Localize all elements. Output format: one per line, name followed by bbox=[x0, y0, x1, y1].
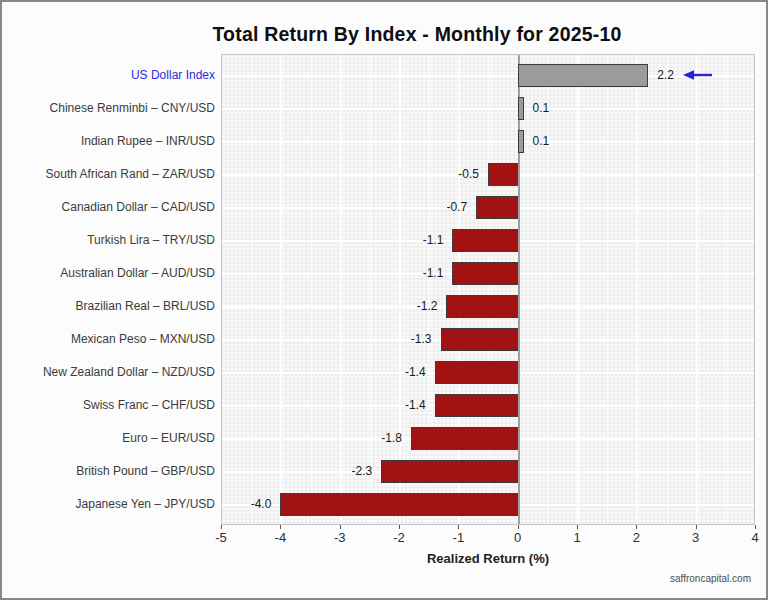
major-gridline bbox=[280, 55, 282, 524]
y-axis-label: British Pound – GBP/USD bbox=[10, 463, 215, 479]
x-tick-label: -5 bbox=[201, 530, 241, 545]
zero-line bbox=[518, 55, 520, 524]
minor-gridline bbox=[607, 55, 608, 524]
x-tick-label: 0 bbox=[498, 530, 538, 545]
y-axis-label: Mexican Peso – MXN/USD bbox=[10, 331, 215, 347]
x-tick-mark bbox=[577, 525, 578, 529]
bar bbox=[381, 460, 517, 483]
major-gridline bbox=[399, 55, 401, 524]
bar bbox=[452, 262, 517, 285]
bar-value-label: -1.1 bbox=[383, 232, 443, 248]
chart-figure: Total Return By Index - Monthly for 2025… bbox=[0, 0, 768, 600]
x-tick-label: -2 bbox=[379, 530, 419, 545]
bar bbox=[518, 64, 649, 87]
bar-value-label: -1.2 bbox=[377, 298, 437, 314]
bar bbox=[518, 97, 524, 120]
major-gridline bbox=[696, 55, 698, 524]
bar-value-label: -1.1 bbox=[383, 265, 443, 281]
bar-value-label: -2.3 bbox=[312, 463, 372, 479]
chart-title: Total Return By Index - Monthly for 2025… bbox=[212, 23, 621, 46]
x-tick-label: 1 bbox=[557, 530, 597, 545]
bar bbox=[476, 196, 518, 219]
y-axis-label: Australian Dollar – AUD/USD bbox=[10, 265, 215, 281]
category-gridline bbox=[222, 108, 754, 110]
y-axis-label: Euro – EUR/USD bbox=[10, 430, 215, 446]
x-tick-label: 3 bbox=[676, 530, 716, 545]
x-tick-mark bbox=[280, 525, 281, 529]
plot-area bbox=[221, 54, 755, 525]
bar bbox=[452, 229, 517, 252]
y-axis-label: Brazilian Real – BRL/USD bbox=[10, 298, 215, 314]
y-axis-label: Chinese Renminbi – CNY/USD bbox=[10, 100, 215, 116]
bar bbox=[280, 493, 517, 516]
bar-value-label: -1.4 bbox=[366, 364, 426, 380]
x-tick-label: 4 bbox=[735, 530, 768, 545]
y-axis-label: New Zealand Dollar – NZD/USD bbox=[10, 364, 215, 380]
minor-gridline bbox=[726, 55, 727, 524]
category-gridline bbox=[222, 75, 754, 77]
minor-gridline bbox=[370, 55, 371, 524]
major-gridline bbox=[340, 55, 342, 524]
bar-value-label: -1.8 bbox=[342, 430, 402, 446]
category-gridline bbox=[222, 141, 754, 143]
x-tick-label: 2 bbox=[616, 530, 656, 545]
minor-gridline bbox=[429, 55, 430, 524]
left-arrow-icon bbox=[683, 68, 713, 86]
bar-value-label: -4.0 bbox=[211, 496, 271, 512]
y-axis-label: South African Rand – ZAR/USD bbox=[10, 166, 215, 182]
bar bbox=[435, 361, 518, 384]
y-axis-label: US Dollar Index bbox=[10, 67, 215, 83]
bar bbox=[518, 130, 524, 153]
bar-value-label: 0.1 bbox=[533, 133, 550, 149]
minor-gridline bbox=[311, 55, 312, 524]
bar bbox=[446, 295, 517, 318]
y-axis-label: Canadian Dollar – CAD/USD bbox=[10, 199, 215, 215]
bar-value-label: -0.7 bbox=[407, 199, 467, 215]
bar-value-label: -1.3 bbox=[372, 331, 432, 347]
x-tick-label: -4 bbox=[260, 530, 300, 545]
x-tick-mark bbox=[221, 525, 222, 529]
minor-gridline bbox=[548, 55, 549, 524]
bar-value-label: 0.1 bbox=[533, 100, 550, 116]
bar bbox=[441, 328, 518, 351]
minor-gridline bbox=[667, 55, 668, 524]
y-axis-label: Swiss Franc – CHF/USD bbox=[10, 397, 215, 413]
y-axis-label: Japanese Yen – JPY/USD bbox=[10, 496, 215, 512]
x-tick-mark bbox=[458, 525, 459, 529]
x-tick-mark bbox=[518, 525, 519, 529]
x-tick-mark bbox=[340, 525, 341, 529]
x-tick-mark bbox=[636, 525, 637, 529]
y-axis-label: Turkish Lira – TRY/USD bbox=[10, 232, 215, 248]
watermark-text: saffroncapital.com bbox=[670, 573, 751, 584]
minor-gridline bbox=[489, 55, 490, 524]
x-tick-label: -1 bbox=[438, 530, 478, 545]
minor-gridline bbox=[251, 55, 252, 524]
bar-value-label: -0.5 bbox=[419, 166, 479, 182]
bar-value-label: -1.4 bbox=[366, 397, 426, 413]
x-axis-title: Realized Return (%) bbox=[427, 551, 549, 566]
bar bbox=[488, 163, 518, 186]
major-gridline bbox=[577, 55, 579, 524]
x-tick-mark bbox=[399, 525, 400, 529]
bar bbox=[435, 394, 518, 417]
major-gridline bbox=[636, 55, 638, 524]
x-tick-label: -3 bbox=[320, 530, 360, 545]
x-tick-mark bbox=[755, 525, 756, 529]
x-tick-mark bbox=[696, 525, 697, 529]
bar bbox=[411, 427, 518, 450]
y-axis-label: Indian Rupee – INR/USD bbox=[10, 133, 215, 149]
bar-value-label: 2.2 bbox=[657, 67, 674, 83]
major-gridline bbox=[458, 55, 460, 524]
